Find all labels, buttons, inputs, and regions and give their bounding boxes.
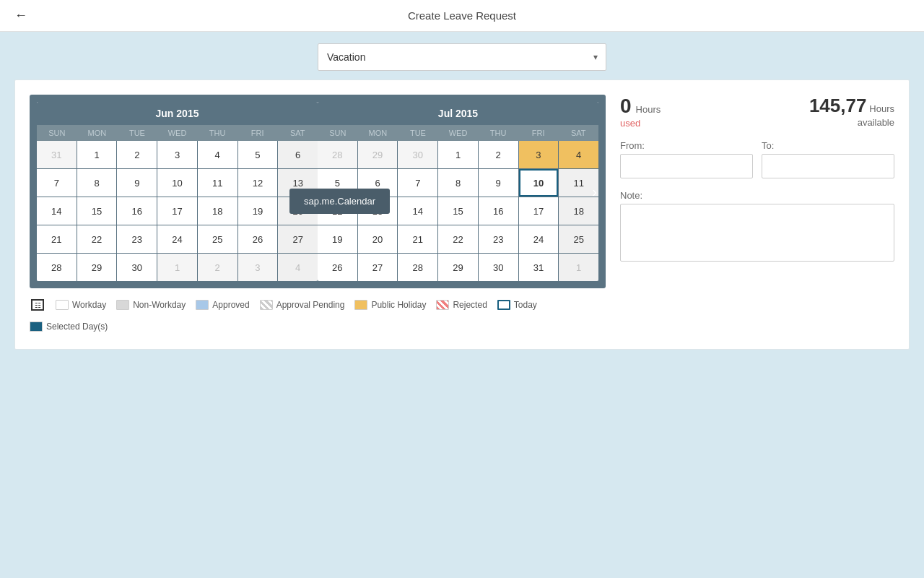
day-sun: SUN (37, 125, 77, 141)
hours-used-section: 0 Hours used (620, 95, 661, 129)
table-row[interactable]: 1 (438, 141, 478, 168)
table-row[interactable]: 3 (238, 254, 278, 281)
day-thu: THU (478, 125, 518, 141)
table-row[interactable]: 23 (479, 225, 518, 253)
legend-workday: Workday (56, 300, 106, 310)
prev-month-button[interactable]: ‹ (32, 181, 49, 203)
table-row[interactable]: 30 (479, 254, 518, 281)
rejected-swatch (436, 300, 449, 310)
table-row[interactable]: 28 (37, 254, 77, 281)
table-row[interactable]: 16 (479, 197, 518, 225)
day-wed: WED (438, 125, 479, 141)
table-row[interactable]: 2 (198, 254, 237, 281)
table-row[interactable]: 21 (398, 225, 437, 253)
table-row[interactable]: 5 (238, 141, 278, 168)
table-row[interactable]: 1 (157, 254, 197, 281)
table-row[interactable]: 27 (358, 254, 398, 281)
hours-row: 0 Hours used 145,77 Hours available (620, 95, 894, 129)
day-tue: TUE (117, 125, 157, 141)
calendars-wrapper: ‹ sap.me.Calendar Jun 2015 SUN MON TUE W… (30, 95, 606, 288)
table-row[interactable]: 25 (198, 225, 237, 253)
table-row[interactable]: 3 (157, 141, 197, 168)
june-header: Jun 2015 (37, 102, 318, 125)
today-label: Today (514, 300, 537, 310)
note-textarea[interactable] (620, 204, 894, 262)
table-row[interactable]: 28 (398, 254, 437, 281)
table-row[interactable]: 31 (519, 254, 559, 281)
table-row[interactable]: 25 (559, 225, 598, 253)
table-row[interactable]: 19 (238, 197, 278, 225)
table-row[interactable]: 24 (519, 225, 559, 253)
table-row[interactable]: 29 (358, 141, 398, 168)
table-row[interactable]: 24 (157, 225, 197, 253)
table-row[interactable]: 29 (438, 254, 478, 281)
table-row[interactable]: 29 (77, 254, 117, 281)
table-row[interactable]: 14 (398, 197, 437, 225)
june-day-names: SUN MON TUE WED THU FRI SAT (37, 125, 318, 141)
table-row[interactable]: 15 (77, 197, 117, 225)
table-row[interactable]: 9 (479, 169, 518, 197)
table-row[interactable]: 2 (479, 141, 518, 168)
table-row[interactable]: 17 (519, 197, 559, 225)
table-row[interactable]: 20 (358, 225, 398, 253)
table-row[interactable]: 9 (117, 169, 157, 197)
table-row[interactable]: 30 (117, 254, 157, 281)
table-row[interactable]: 8 (438, 169, 478, 197)
table-row[interactable]: 23 (117, 225, 157, 253)
table-row[interactable]: 4 (198, 141, 237, 168)
table-row[interactable]: 21 (37, 225, 77, 253)
table-row[interactable]: 26 (238, 225, 278, 253)
leave-type-select[interactable]: Vacation Sick Leave Personal Leave (318, 43, 606, 71)
hours-used-sub: used (620, 118, 661, 129)
table-row[interactable]: 22 (438, 225, 478, 253)
hours-available-sub: available (809, 117, 894, 128)
non-workday-swatch (116, 300, 129, 310)
day-tue: TUE (398, 125, 438, 141)
calendar-june: Jun 2015 SUN MON TUE WED THU FRI SAT 311… (37, 102, 318, 281)
day-mon: MON (358, 125, 398, 141)
table-row[interactable]: 30 (398, 141, 437, 168)
day-fri: FRI (237, 125, 278, 141)
table-row[interactable]: 1 (559, 254, 598, 281)
table-row[interactable]: 28 (318, 141, 357, 168)
table-row[interactable]: 8 (77, 169, 117, 197)
legend-approval-pending: Approval Pending (260, 300, 345, 310)
legend-selected: Selected Day(s) (30, 322, 108, 332)
table-row[interactable]: 17 (157, 197, 197, 225)
table-row[interactable]: 10 (519, 169, 559, 197)
day-sat: SAT (558, 125, 598, 141)
table-row[interactable]: 19 (318, 225, 357, 253)
table-row[interactable]: 3 (519, 141, 559, 168)
day-wed: WED (157, 125, 198, 141)
public-holiday-label: Public Holiday (371, 300, 426, 310)
from-label: From: (620, 140, 753, 151)
table-row[interactable]: 10 (157, 169, 197, 197)
table-row[interactable]: 7 (398, 169, 437, 197)
table-row[interactable]: 11 (198, 169, 237, 197)
non-workday-label: Non-Workday (133, 300, 186, 310)
to-input[interactable] (762, 154, 894, 178)
table-row[interactable]: 15 (438, 197, 478, 225)
table-row[interactable]: 16 (117, 197, 157, 225)
table-row[interactable]: 12 (238, 169, 278, 197)
july-day-names: SUN MON TUE WED THU FRI SAT (318, 125, 598, 141)
table-row[interactable]: 26 (318, 254, 357, 281)
legend-rejected: Rejected (436, 300, 487, 310)
table-row[interactable]: 6 (278, 141, 318, 168)
next-month-button[interactable]: › (586, 181, 603, 203)
day-sat: SAT (277, 125, 318, 141)
header: ← Create Leave Request (0, 0, 924, 32)
table-row[interactable]: 1 (77, 141, 117, 168)
back-button[interactable]: ← (14, 8, 27, 23)
table-row[interactable]: 18 (198, 197, 237, 225)
workday-label: Workday (72, 300, 106, 310)
table-row[interactable]: 4 (559, 141, 598, 168)
hours-used-label: Hours (636, 104, 661, 115)
table-row[interactable]: 4 (278, 254, 318, 281)
from-input[interactable] (620, 154, 753, 178)
table-row[interactable]: 2 (117, 141, 157, 168)
table-row[interactable]: 27 (278, 225, 318, 253)
table-row[interactable]: 22 (77, 225, 117, 253)
from-group: From: (620, 140, 753, 178)
table-row[interactable]: 31 (37, 141, 77, 168)
